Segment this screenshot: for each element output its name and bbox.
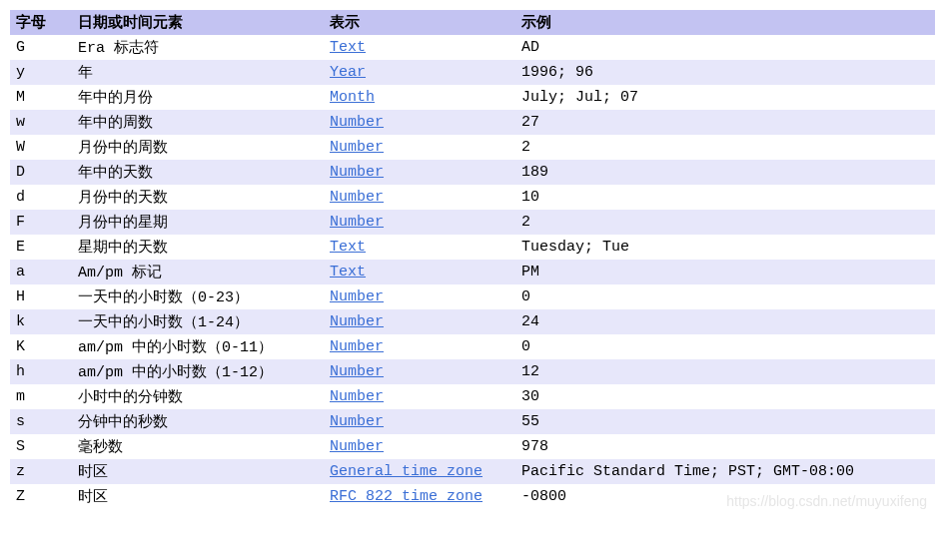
cell-presentation: Month [324, 85, 515, 110]
cell-example: AD [515, 35, 935, 60]
cell-component: 一天中的小时数（0-23） [72, 284, 324, 309]
presentation-link[interactable]: Month [330, 89, 375, 106]
table-row: M年中的月份MonthJuly; Jul; 07 [10, 85, 935, 110]
cell-presentation: Text [324, 260, 515, 284]
table-row: GEra 标志符TextAD [10, 35, 935, 60]
cell-component: 月份中的星期 [72, 210, 324, 235]
cell-presentation: RFC 822 time zone [324, 484, 515, 509]
presentation-link[interactable]: General time zone [330, 463, 482, 480]
cell-example: July; Jul; 07 [515, 85, 935, 110]
table-row: aAm/pm 标记TextPM [10, 260, 935, 284]
presentation-link[interactable]: Number [330, 214, 384, 231]
presentation-link[interactable]: Number [330, 189, 384, 206]
table-row: E星期中的天数TextTuesday; Tue [10, 235, 935, 260]
cell-component: 时区 [72, 459, 324, 484]
cell-letter: s [10, 409, 72, 434]
cell-component: 年 [72, 60, 324, 85]
cell-example: 2 [515, 135, 935, 160]
cell-example: 1996; 96 [515, 60, 935, 85]
cell-presentation: Text [324, 35, 515, 60]
cell-presentation: Number [324, 160, 515, 185]
cell-presentation: Number [324, 409, 515, 434]
cell-example: 189 [515, 160, 935, 185]
cell-presentation: Number [324, 210, 515, 235]
cell-example: 12 [515, 359, 935, 384]
cell-example: 55 [515, 409, 935, 434]
table-row: F月份中的星期Number2 [10, 210, 935, 235]
table-row: d月份中的天数Number10 [10, 185, 935, 210]
table-row: D年中的天数Number189 [10, 160, 935, 185]
cell-letter: E [10, 235, 72, 260]
cell-letter: m [10, 384, 72, 409]
table-row: m小时中的分钟数Number30 [10, 384, 935, 409]
presentation-link[interactable]: Number [330, 139, 384, 156]
cell-letter: M [10, 85, 72, 110]
cell-example: 30 [515, 384, 935, 409]
header-example: 示例 [515, 10, 935, 35]
table-row: H一天中的小时数（0-23）Number0 [10, 284, 935, 309]
date-format-table: 字母 日期或时间元素 表示 示例 GEra 标志符TextADy年Year199… [10, 10, 935, 509]
cell-presentation: Number [324, 434, 515, 459]
cell-component: 分钟中的秒数 [72, 409, 324, 434]
cell-component: 小时中的分钟数 [72, 384, 324, 409]
table-row: Kam/pm 中的小时数（0-11）Number0 [10, 334, 935, 359]
cell-letter: a [10, 260, 72, 284]
presentation-link[interactable]: Text [330, 264, 366, 280]
presentation-link[interactable]: RFC 822 time zone [330, 488, 482, 505]
presentation-link[interactable]: Number [330, 114, 384, 131]
cell-component: Era 标志符 [72, 35, 324, 60]
cell-letter: K [10, 334, 72, 359]
cell-letter: y [10, 60, 72, 85]
cell-letter: z [10, 459, 72, 484]
presentation-link[interactable]: Number [330, 164, 384, 181]
cell-component: am/pm 中的小时数（1-12） [72, 359, 324, 384]
cell-example: 27 [515, 110, 935, 135]
cell-component: 月份中的周数 [72, 135, 324, 160]
table-row: S毫秒数Number978 [10, 434, 935, 459]
presentation-link[interactable]: Number [330, 288, 384, 305]
presentation-link[interactable]: Number [330, 388, 384, 405]
header-presentation: 表示 [324, 10, 515, 35]
table-header-row: 字母 日期或时间元素 表示 示例 [10, 10, 935, 35]
header-component: 日期或时间元素 [72, 10, 324, 35]
cell-presentation: Number [324, 334, 515, 359]
presentation-link[interactable]: Number [330, 338, 384, 355]
cell-presentation: Number [324, 359, 515, 384]
cell-example: 978 [515, 434, 935, 459]
cell-letter: G [10, 35, 72, 60]
cell-letter: W [10, 135, 72, 160]
cell-presentation: Number [324, 309, 515, 334]
cell-presentation: Number [324, 110, 515, 135]
cell-presentation: General time zone [324, 459, 515, 484]
cell-letter: D [10, 160, 72, 185]
table-row: Z时区RFC 822 time zone-0800 [10, 484, 935, 509]
cell-letter: F [10, 210, 72, 235]
cell-letter: w [10, 110, 72, 135]
cell-presentation: Number [324, 284, 515, 309]
cell-example: PM [515, 260, 935, 284]
cell-component: 星期中的天数 [72, 235, 324, 260]
cell-letter: S [10, 434, 72, 459]
cell-example: 24 [515, 309, 935, 334]
cell-component: 时区 [72, 484, 324, 509]
cell-letter: H [10, 284, 72, 309]
cell-component: 毫秒数 [72, 434, 324, 459]
cell-component: 年中的月份 [72, 85, 324, 110]
cell-presentation: Year [324, 60, 515, 85]
cell-component: 年中的周数 [72, 110, 324, 135]
table-row: k一天中的小时数（1-24）Number24 [10, 309, 935, 334]
presentation-link[interactable]: Number [330, 363, 384, 380]
presentation-link[interactable]: Number [330, 313, 384, 330]
presentation-link[interactable]: Year [330, 64, 366, 81]
cell-example: -0800 [515, 484, 935, 509]
cell-component: Am/pm 标记 [72, 260, 324, 284]
cell-example: 0 [515, 284, 935, 309]
cell-example: 2 [515, 210, 935, 235]
presentation-link[interactable]: Text [330, 39, 366, 56]
presentation-link[interactable]: Text [330, 239, 366, 256]
presentation-link[interactable]: Number [330, 438, 384, 455]
presentation-link[interactable]: Number [330, 413, 384, 430]
table-row: y年Year1996; 96 [10, 60, 935, 85]
cell-presentation: Number [324, 384, 515, 409]
table-row: w年中的周数Number27 [10, 110, 935, 135]
